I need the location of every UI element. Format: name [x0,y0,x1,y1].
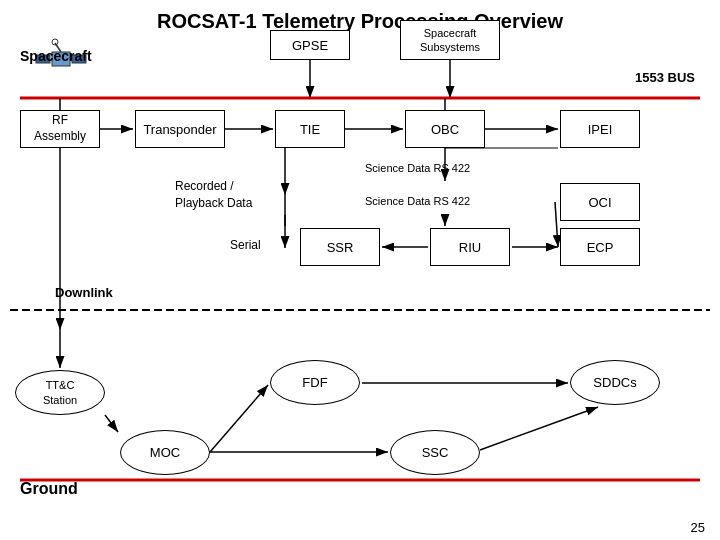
science-data-label-2: Science Data RS 422 [365,195,470,207]
page-number: 25 [691,520,705,535]
fdf-ellipse: FDF [270,360,360,405]
science-data-label-1: Science Data RS 422 [365,162,470,174]
sddcs-label: SDDCs [593,375,636,390]
fdf-label: FDF [302,375,327,390]
ssc-label: SSC [422,445,449,460]
spacecraft-subsystems-box: SpacecraftSubsystems [400,20,500,60]
tie-label: TIE [300,122,320,137]
recorded-playback-text: Recorded /Playback Data [175,179,252,210]
svg-line-21 [555,202,558,247]
spacecraft-label: Spacecraft [20,48,92,64]
svg-line-28 [105,415,118,432]
rf-assembly-box: RFAssembly [20,110,100,148]
ssr-box: SSR [300,228,380,266]
gpse-label: GPSE [292,38,328,53]
ecp-label: ECP [587,240,614,255]
transponder-box: Transponder [135,110,225,148]
page-title: ROCSAT-1 Telemetry Processing Overview [0,0,720,39]
ttc-station-label: TT&CStation [43,378,77,407]
ttc-station-ellipse: TT&CStation [15,370,105,415]
svg-point-7 [52,39,58,45]
ipei-box: IPEI [560,110,640,148]
oci-label: OCI [588,195,611,210]
ssr-label: SSR [327,240,354,255]
spacecraft-subsystems-label: SpacecraftSubsystems [420,26,480,55]
rf-assembly-label: RFAssembly [34,113,86,144]
ipei-label: IPEI [588,122,613,137]
gpse-box: GPSE [270,30,350,60]
sddcs-ellipse: SDDCs [570,360,660,405]
recorded-playback-label: Recorded /Playback Data [175,178,285,212]
transponder-label: Transponder [143,122,216,137]
bus-label: 1553 BUS [635,70,695,85]
svg-line-29 [210,385,268,452]
moc-ellipse: MOC [120,430,210,475]
riu-box: RIU [430,228,510,266]
riu-label: RIU [459,240,481,255]
obc-label: OBC [431,122,459,137]
serial-label: Serial [230,238,261,252]
moc-label: MOC [150,445,180,460]
ecp-box: ECP [560,228,640,266]
ssc-ellipse: SSC [390,430,480,475]
ground-label: Ground [20,480,78,498]
oci-box: OCI [560,183,640,221]
svg-line-32 [480,407,598,450]
downlink-label: Downlink [55,285,113,300]
tie-box: TIE [275,110,345,148]
obc-box: OBC [405,110,485,148]
